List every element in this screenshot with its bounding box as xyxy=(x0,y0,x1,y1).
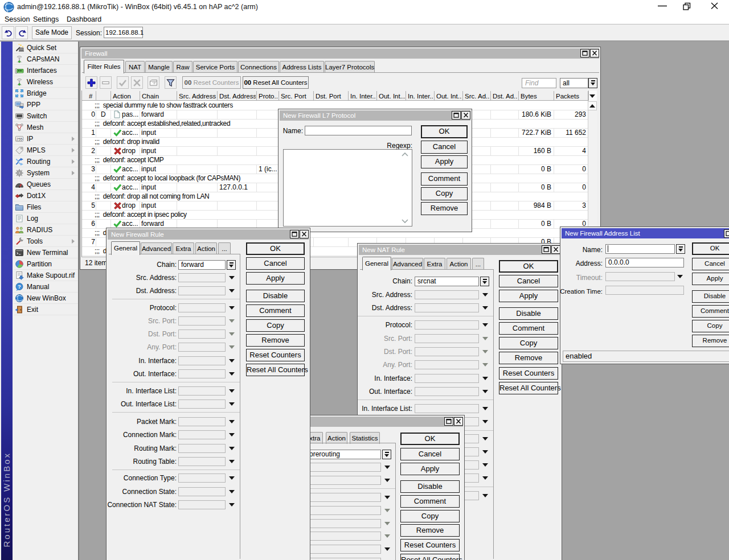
svg-text:255: 255 xyxy=(17,137,23,141)
svg-text:?: ? xyxy=(18,283,21,290)
